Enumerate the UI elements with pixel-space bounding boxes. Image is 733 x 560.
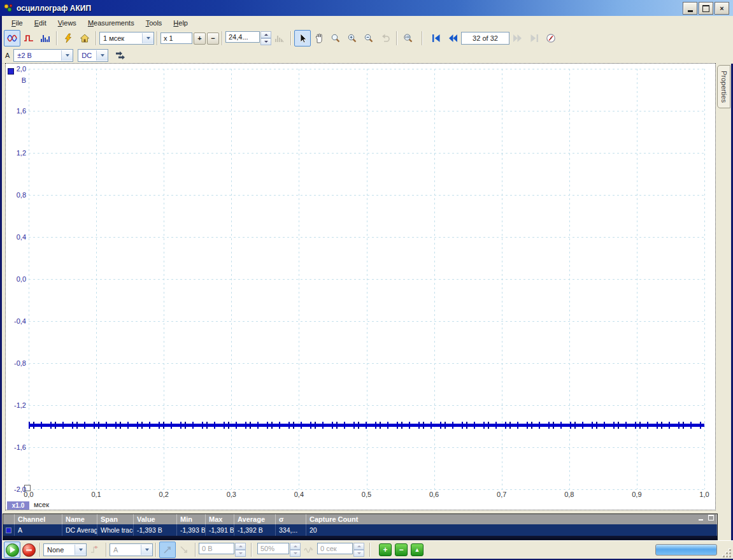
first-capture-button[interactable] bbox=[428, 30, 445, 47]
stop-button[interactable] bbox=[20, 542, 37, 558]
undo-zoom-button bbox=[377, 30, 394, 47]
x-tick-label: 0,8 bbox=[559, 491, 580, 498]
samples-spinner[interactable]: 24,4... bbox=[225, 31, 271, 45]
up-triangle-icon: ▲ bbox=[415, 547, 420, 553]
falling-edge-icon bbox=[179, 545, 189, 555]
table-header-cell[interactable]: Channel bbox=[15, 514, 62, 524]
start-button[interactable] bbox=[4, 542, 20, 558]
table-header-cell[interactable]: Max bbox=[206, 514, 234, 524]
measurement-row[interactable]: ADC AverageWhole trace-1,393 В-1,393 В-1… bbox=[3, 524, 717, 536]
trigger-level-spinner: 0 В bbox=[199, 543, 246, 557]
channel-label: A bbox=[5, 52, 10, 59]
previous-capture-button[interactable] bbox=[445, 30, 461, 47]
marquee-zoom-button[interactable] bbox=[327, 30, 344, 47]
minimize-button[interactable] bbox=[683, 2, 697, 15]
resize-grip[interactable] bbox=[723, 549, 731, 557]
table-header-cell[interactable]: Min bbox=[177, 514, 206, 524]
chevron-down-icon bbox=[142, 33, 153, 43]
menu-item-tools[interactable]: Tools bbox=[140, 17, 168, 29]
gridline-vertical bbox=[704, 69, 705, 489]
maximize-icon bbox=[702, 5, 709, 12]
x-tick-label: 0,9 bbox=[627, 491, 647, 498]
coupling-select[interactable]: DC bbox=[78, 49, 108, 62]
table-header-cell[interactable]: Span bbox=[97, 514, 134, 524]
app-icon bbox=[3, 3, 14, 14]
spectrum-view-button[interactable] bbox=[37, 30, 53, 47]
table-header-cell[interactable]: Capture Count bbox=[306, 514, 717, 524]
samples-value: 24,4... bbox=[225, 31, 260, 43]
persistence-mode-button bbox=[271, 30, 288, 47]
chevron-down-icon bbox=[61, 50, 73, 61]
zoom-out-button[interactable]: − bbox=[207, 32, 219, 45]
maximize-button[interactable] bbox=[699, 2, 713, 15]
header-swatch-spacer bbox=[3, 514, 15, 524]
last-icon bbox=[529, 33, 540, 43]
collapse-button[interactable]: ▲ bbox=[411, 543, 423, 556]
scope-graph-view[interactable]: В x1.0 мсек 2,01,61,20,80,40,0-0,4-0,8-1… bbox=[5, 63, 716, 510]
menu-item-help[interactable]: Help bbox=[167, 17, 194, 29]
table-header-cell[interactable]: Average bbox=[234, 514, 276, 524]
scope-view-button[interactable] bbox=[4, 30, 20, 47]
go-icon bbox=[6, 543, 19, 557]
restore-icon bbox=[708, 515, 714, 521]
table-header-cell[interactable]: Name bbox=[62, 514, 97, 524]
toolbar-separator bbox=[396, 31, 397, 45]
menu-item-edit[interactable]: Edit bbox=[29, 17, 52, 29]
channel-options-button[interactable] bbox=[112, 47, 129, 64]
table-header-cell[interactable]: σ bbox=[276, 514, 306, 524]
zoom-100-button[interactable]: 100 bbox=[400, 30, 416, 47]
capture-position-value: 32 of 32 bbox=[473, 34, 498, 42]
spinner-up-icon[interactable] bbox=[260, 31, 271, 38]
timebase-select[interactable]: 1 мсек bbox=[99, 32, 154, 45]
menu-item-views[interactable]: Views bbox=[52, 17, 82, 29]
remove-button[interactable]: − bbox=[395, 543, 408, 556]
spinner-down-icon[interactable] bbox=[260, 38, 271, 45]
auto-setup-button[interactable] bbox=[60, 30, 76, 47]
chevron-down-icon bbox=[75, 545, 86, 555]
table-header-cell[interactable]: Value bbox=[134, 514, 177, 524]
toolbar-separator bbox=[290, 31, 292, 45]
toolbar-separator bbox=[251, 543, 252, 557]
trigger-level-value: 0 В bbox=[199, 543, 234, 554]
rapid-wave-icon bbox=[304, 545, 314, 555]
panel-minimize-button[interactable] bbox=[697, 515, 705, 522]
plus-icon: + bbox=[383, 546, 387, 554]
first-icon bbox=[431, 33, 442, 43]
magnifier-minus-icon bbox=[364, 33, 374, 43]
home-button[interactable] bbox=[76, 30, 93, 47]
toolbar-separator bbox=[422, 31, 423, 45]
zoom-out-tool-button[interactable] bbox=[360, 30, 377, 47]
toolbar-separator bbox=[56, 31, 57, 45]
previous-icon bbox=[447, 33, 459, 43]
trigger-mode-select[interactable]: None bbox=[43, 543, 87, 556]
pulse-wave-icon bbox=[24, 33, 34, 43]
home-icon bbox=[80, 33, 90, 43]
panel-restore-button[interactable] bbox=[707, 515, 715, 522]
zoom-in-tool-button[interactable] bbox=[344, 30, 360, 47]
magnifier-icon bbox=[331, 33, 341, 43]
lightning-icon bbox=[63, 33, 73, 43]
hand-tool-button[interactable] bbox=[311, 30, 327, 47]
menu-item-file[interactable]: File bbox=[6, 17, 29, 29]
xy-view-button[interactable] bbox=[20, 30, 37, 47]
menu-item-measurements[interactable]: Measurements bbox=[82, 17, 140, 29]
next-capture-button bbox=[509, 30, 526, 47]
pointer-tool-button[interactable] bbox=[294, 30, 311, 47]
close-button[interactable]: × bbox=[715, 2, 729, 15]
cursor-arrow-icon bbox=[297, 33, 308, 43]
rising-edge-button[interactable] bbox=[159, 542, 176, 558]
trace-channel-a bbox=[29, 424, 704, 427]
buffer-navigator-button[interactable] bbox=[543, 30, 559, 47]
main-toolbar: 1 мсек x 1 + − 24,4... bbox=[2, 29, 733, 47]
capture-position-box[interactable]: 32 of 32 bbox=[461, 32, 509, 45]
properties-tab[interactable]: Properties bbox=[717, 65, 730, 108]
measurements-header-row: ChannelNameSpanValueMinMaxAverageσCaptur… bbox=[3, 514, 717, 524]
add-button[interactable]: + bbox=[379, 543, 392, 556]
y-tick-label: 2,0 bbox=[6, 65, 26, 73]
channel-range-select[interactable]: ±2 В bbox=[13, 49, 73, 62]
toolbar-separator bbox=[155, 543, 157, 557]
close-icon: × bbox=[720, 4, 723, 12]
trigger-toolbar: None A 0 В 50% 0 сек bbox=[2, 540, 733, 559]
x-tick-label: 0,1 bbox=[86, 491, 106, 498]
zoom-in-button[interactable]: + bbox=[194, 32, 206, 45]
